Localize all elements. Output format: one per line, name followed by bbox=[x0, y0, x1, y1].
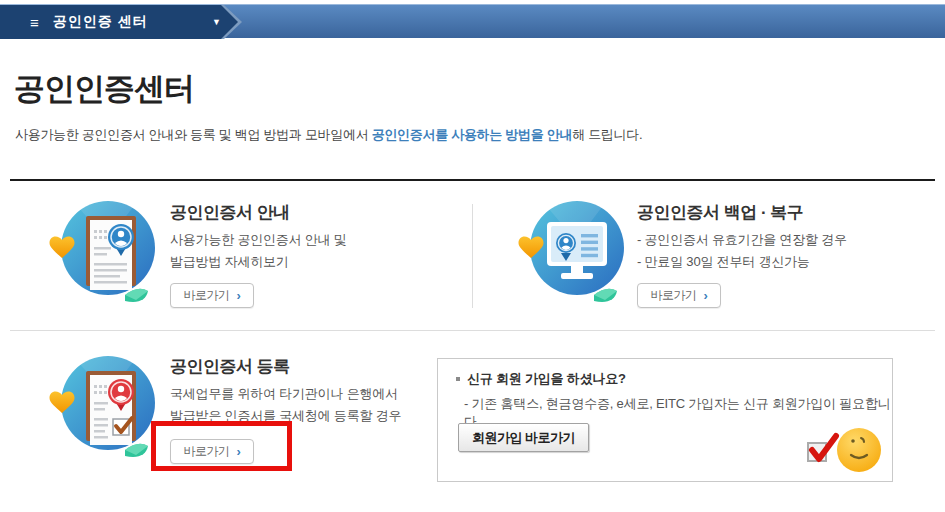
chevron-right-icon: › bbox=[704, 289, 708, 302]
card-backup-line2: - 만료일 30일 전부터 갱신가능 bbox=[637, 251, 847, 273]
nav-menu-title: 공인인증 센터 bbox=[53, 13, 148, 31]
page-title: 공인인증센터 bbox=[14, 68, 194, 110]
monitor-certificate-icon bbox=[514, 196, 632, 314]
card-guide-line2: 발급방법 자세히보기 bbox=[170, 251, 347, 273]
hamburger-icon[interactable]: ≡ bbox=[30, 15, 39, 30]
go-button-backup-label: 바로가기 bbox=[651, 287, 697, 304]
signup-info-box: 신규 회원 가입을 하셨나요? - 기존 홈택스, 현금영수증, e세로, EI… bbox=[437, 358, 893, 482]
top-divider bbox=[10, 179, 935, 181]
square-bullet-icon bbox=[456, 377, 460, 381]
card-register-line1: 국세업무를 위하여 타기관이나 은행에서 bbox=[170, 383, 401, 405]
chevron-down-icon: ▼ bbox=[212, 17, 221, 27]
intro-text: 사용가능한 공인인증서 안내와 등록 및 백업 방법과 모바일에서 bbox=[15, 127, 372, 142]
intro-highlight-text: 공인인증서를 사용하는 방법을 안내 bbox=[372, 127, 572, 142]
card-title-register: 공인인증서 등록 bbox=[170, 355, 290, 378]
top-nav-bar: ≡ 공인인증 센터 ▼ bbox=[0, 4, 945, 38]
certificate-center-page: ≡ 공인인증 센터 ▼ 공인인증센터 사용가능한 공인인증서 안내와 등록 및 … bbox=[0, 0, 945, 512]
row-divider bbox=[10, 330, 935, 331]
page-intro: 사용가능한 공인인증서 안내와 등록 및 백업 방법과 모바일에서 공인인증서를… bbox=[15, 126, 642, 144]
card-text-backup: - 공인인증서 유효기간을 연장할 경우 - 만료일 30일 전부터 갱신가능 bbox=[637, 229, 847, 273]
signup-button[interactable]: 회원가입 바로가기 bbox=[458, 423, 589, 452]
intro-suffix-text: 해 드립니다. bbox=[572, 127, 642, 142]
annotation-highlight-box bbox=[151, 421, 292, 471]
certificate-register-icon bbox=[45, 351, 163, 469]
go-button-guide[interactable]: 바로가기 › bbox=[170, 283, 254, 308]
go-button-guide-label: 바로가기 bbox=[184, 287, 230, 304]
nav-menu-dropdown[interactable]: ≡ 공인인증 센터 ▼ bbox=[0, 5, 238, 39]
certificate-badge-icon bbox=[45, 196, 163, 314]
card-backup-line1: - 공인인증서 유효기간을 연장할 경우 bbox=[637, 229, 847, 251]
signup-question: 신규 회원 가입을 하셨나요? bbox=[456, 370, 626, 388]
go-button-backup[interactable]: 바로가기 › bbox=[637, 283, 721, 308]
card-title-guide: 공인인증서 안내 bbox=[170, 201, 290, 224]
chevron-right-icon: › bbox=[237, 289, 241, 302]
card-text-guide: 사용가능한 공인인증서 안내 및 발급방법 자세히보기 bbox=[170, 229, 347, 273]
card-title-backup: 공인인증서 백업 · 복구 bbox=[637, 201, 803, 224]
signup-question-text: 신규 회원 가입을 하셨나요? bbox=[467, 370, 626, 388]
column-divider bbox=[472, 204, 473, 308]
smiley-face-icon bbox=[836, 427, 882, 477]
card-guide-line1: 사용가능한 공인인증서 안내 및 bbox=[170, 229, 347, 251]
